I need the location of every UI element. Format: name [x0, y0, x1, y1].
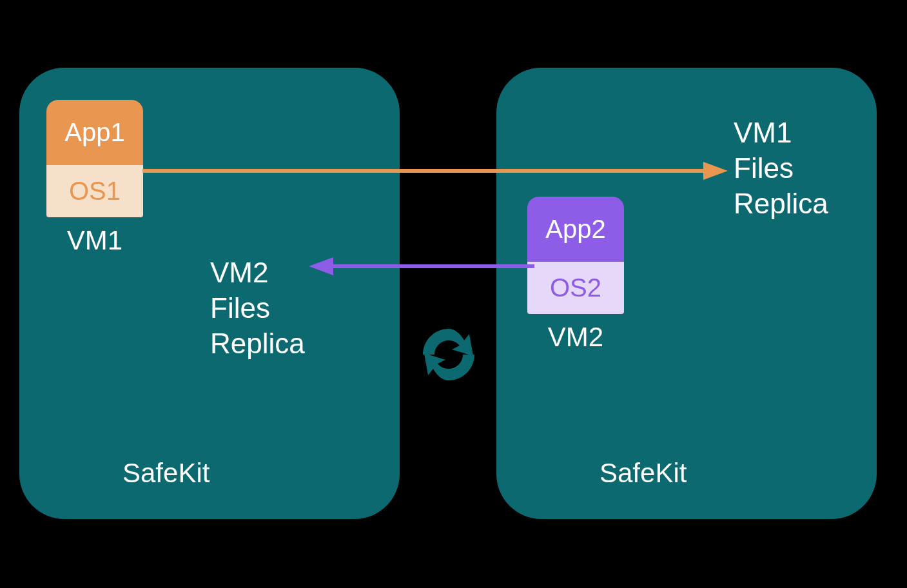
app2-box: App2 — [527, 197, 624, 262]
replica-left-line1: VM2 — [210, 255, 339, 290]
replica-right-line1: VM1 — [734, 115, 863, 150]
vm2-block: App2 OS2 VM2 — [527, 197, 624, 353]
vm1-block: App1 OS1 VM1 — [46, 100, 143, 256]
replica-right-line3: Replica — [734, 186, 863, 221]
os2-box: OS2 — [527, 262, 624, 314]
app1-box: App1 — [46, 100, 143, 165]
replica-right-line2: Files — [734, 150, 863, 186]
replica-left: VM2 Files Replica — [210, 255, 339, 361]
replica-left-line2: Files — [210, 290, 339, 326]
vm2-label: VM2 — [527, 322, 624, 353]
replica-left-line3: Replica — [210, 326, 339, 361]
diagram-canvas: SafeKit SafeKit App1 OS1 VM1 App2 OS2 VM… — [0, 0, 907, 588]
replica-right: VM1 Files Replica — [734, 115, 863, 221]
os1-box: OS1 — [46, 165, 143, 217]
safekit-label-right: SafeKit — [600, 458, 687, 489]
sync-icon — [416, 322, 481, 387]
vm1-label: VM1 — [46, 225, 143, 256]
safekit-label-left: SafeKit — [122, 458, 210, 489]
